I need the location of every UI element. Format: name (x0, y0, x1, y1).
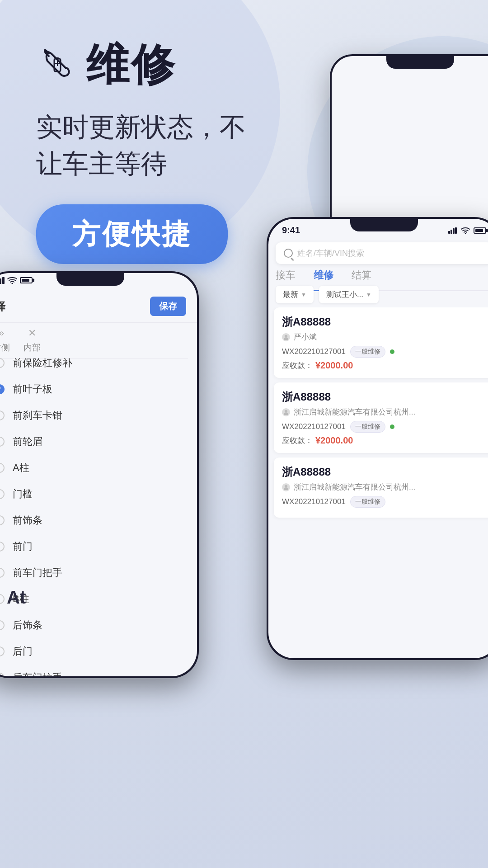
status-indicator (390, 349, 394, 354)
car-meta-row: WX202210127001 一般维修 (282, 421, 486, 433)
checkbox[interactable] (0, 673, 5, 676)
car-plate: 浙A88888 (282, 390, 486, 404)
wifi-icon-right (461, 227, 470, 234)
list-item[interactable]: 后饰条 (0, 612, 197, 638)
amount-row: 应收款： ¥2000.00 (282, 360, 486, 371)
search-bar[interactable]: 姓名/车辆/VIN搜索 (276, 242, 488, 264)
owner-avatar-icon (282, 408, 290, 416)
list-item[interactable]: 后车门拉手 (0, 665, 197, 676)
car-owner: 浙江启城新能源汽车有限公司杭州... (282, 482, 486, 492)
car-list-item[interactable]: 浙A88888 浙江启城新能源汽车有限公司杭州... WX20221012700… (274, 382, 488, 453)
search-icon (284, 249, 293, 258)
list-item[interactable]: 前刹车卡钳 (0, 402, 197, 429)
work-order: WX202210127001 (282, 347, 346, 356)
item-label: 前叶子板 (13, 382, 52, 396)
work-order: WX202210127001 (282, 422, 346, 431)
car-plate: 浙A88888 (282, 315, 486, 329)
repair-type-badge: 一般维修 (350, 421, 385, 433)
checkbox[interactable] (0, 620, 5, 630)
item-label: A柱 (13, 461, 29, 475)
repair-type-badge: 一般维修 (350, 496, 385, 508)
notch-right (350, 219, 418, 231)
filter-newest-label: 最新 (283, 289, 298, 300)
svg-point-14 (285, 410, 287, 413)
filter-staff[interactable]: 测试王小... ▼ (319, 286, 379, 303)
signal-icon-right (448, 227, 457, 234)
chevron-down-icon: ▼ (301, 292, 306, 298)
list-item[interactable]: 前门 (0, 533, 197, 560)
svg-rect-7 (448, 231, 450, 234)
right-arrow-icon: » (0, 327, 4, 339)
repair-type-badge: 一般维修 (350, 346, 385, 358)
list-item[interactable]: ✓ 前叶子板 (0, 376, 197, 402)
chevron-down-icon-2: ▼ (366, 292, 371, 298)
checkbox[interactable] (0, 437, 5, 447)
work-order: WX202210127001 (282, 497, 346, 506)
amount-row: 应收款： ¥2000.00 (282, 435, 486, 446)
battery-icon (20, 277, 33, 283)
amount-label: 应收款： (282, 360, 313, 371)
battery-icon-right (474, 227, 486, 234)
item-label: 后饰条 (13, 618, 42, 632)
checkbox[interactable] (0, 646, 5, 656)
list-item[interactable]: 前车门把手 (0, 560, 197, 586)
title-row: 维修 (36, 36, 246, 95)
subtitle-line1: 实时更新状态，不 (36, 112, 246, 142)
checkbox[interactable] (0, 542, 5, 552)
list-item[interactable]: 门槛 (0, 481, 197, 507)
svg-point-16 (285, 485, 287, 488)
checkbox[interactable] (0, 410, 5, 420)
signal-icons (0, 277, 33, 284)
amount-value: ¥2000.00 (315, 435, 353, 446)
notch-top-right (386, 56, 454, 69)
car-owner: 浙江启城新能源汽车有限公司杭州... (282, 407, 486, 417)
wifi-icon (7, 277, 17, 284)
at-text: At (7, 587, 26, 608)
subtitle-line2: 让车主等待 (36, 149, 167, 178)
list-item[interactable]: 前轮眉 (0, 429, 197, 455)
svg-rect-10 (455, 227, 457, 234)
wrench-icon (36, 45, 77, 86)
svg-point-17 (284, 488, 288, 490)
car-meta-row: WX202210127001 一般维修 (282, 496, 486, 508)
checkbox[interactable] (0, 568, 5, 578)
owner-avatar-icon (282, 333, 290, 341)
svg-rect-8 (450, 230, 452, 234)
item-label: 后门 (13, 645, 33, 658)
owner-avatar-icon (282, 483, 290, 491)
list-item[interactable]: A柱 (0, 455, 197, 481)
car-list: 浙A88888 严小斌 WX202210127001 一般维修 (268, 307, 488, 658)
phone-left-header: 择 保存 (0, 290, 197, 323)
owner-name: 浙江启城新能源汽车有限公司杭州... (294, 407, 415, 417)
checklist: 前保险杠修补 ✓ 前叶子板 前刹车卡钳 前轮眉 A柱 (0, 350, 197, 676)
car-meta-row: WX202210127001 一般维修 (282, 346, 486, 358)
list-item[interactable]: 前饰条 (0, 507, 197, 533)
status-icons-right (448, 227, 486, 234)
checkbox-checked[interactable]: ✓ (0, 384, 5, 394)
list-item[interactable]: 后门 (0, 638, 197, 665)
tab-settle[interactable]: 结算 (352, 269, 371, 286)
item-label: 前轮眉 (13, 435, 42, 448)
phone-left-inner: 择 保存 » 右侧 ✕ 内部 前保险杠修补 (0, 273, 197, 676)
save-button[interactable]: 保存 (150, 297, 186, 316)
checkbox[interactable] (0, 358, 5, 368)
checkbox[interactable] (0, 515, 5, 525)
subtitle: 实时更新状态，不 让车主等待 (36, 108, 246, 182)
main-title: 维修 (86, 36, 176, 95)
notch-left (56, 273, 124, 286)
checkbox[interactable] (0, 489, 5, 499)
list-item[interactable]: 前保险杠修补 (0, 350, 197, 376)
tab-receive[interactable]: 接车 (276, 269, 296, 286)
checkbox[interactable] (0, 594, 5, 604)
car-list-item[interactable]: 浙A88888 严小斌 WX202210127001 一般维修 (274, 307, 488, 378)
car-list-item[interactable]: 浙A88888 浙江启城新能源汽车有限公司杭州... WX20221012700… (274, 458, 488, 518)
owner-name: 浙江启城新能源汽车有限公司杭州... (294, 482, 415, 492)
item-label: 前车门把手 (13, 566, 62, 580)
filter-newest[interactable]: 最新 ▼ (276, 286, 314, 303)
checkbox[interactable] (0, 463, 5, 473)
list-item[interactable]: B柱 (0, 586, 197, 612)
item-label: 前保险杠修补 (13, 356, 72, 370)
time-display: 9:41 (282, 225, 300, 236)
item-label: 前门 (13, 540, 33, 553)
svg-rect-1 (56, 57, 59, 59)
